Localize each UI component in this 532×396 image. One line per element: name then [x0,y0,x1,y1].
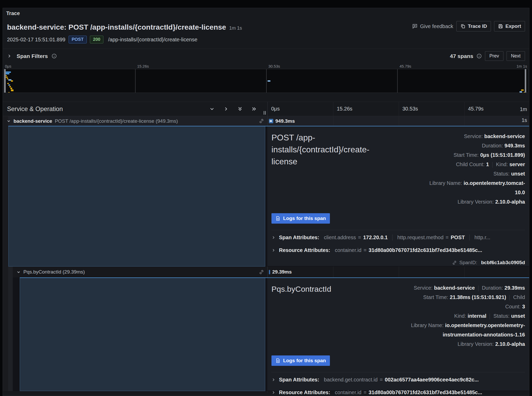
chevron-down-icon[interactable] [6,119,11,123]
span-detail-title: POST /app-installs/{contractId}/create-l… [271,132,394,206]
link-icon[interactable] [259,118,264,124]
span-detail-title: Pqs.byContractId [271,283,402,349]
trace-header: backend-service: POST /app-installs/{con… [3,19,529,43]
minimap-left-handle[interactable] [4,69,6,93]
span-filters-toggle[interactable]: Span Filters [7,53,57,59]
panel-title: Trace [3,8,529,19]
comment-icon [412,23,418,29]
span-row-pqs-bycontractid[interactable]: Pqs.byContractId (29.39ms) 29.39ms [3,267,529,277]
timeline-tick-last: 1m 1s [515,104,527,126]
minimap-tick-labels: 0μs 15.26s 30.53s 45.79s 1m 1s [4,64,528,69]
trace-panel: Trace backend-service: POST /app-install… [3,8,529,396]
save-icon [498,24,503,29]
detail-gutter [3,277,8,391]
prev-span-button[interactable]: Prev [485,51,503,61]
copy-icon [460,24,466,29]
span-duration-bar[interactable] [269,119,273,123]
link-icon[interactable] [259,269,264,275]
span-id-row: SpanID: bcbf6c1ab3c0905d [271,260,525,265]
method-badge: POST [69,36,87,43]
detail-indent-guide [8,277,13,391]
expanded-span-region[interactable] [20,278,265,391]
info-icon[interactable] [476,53,482,59]
span-attributes-row[interactable]: Span Attributes: client.address=172.20.0… [271,231,525,244]
span-row-backend-service[interactable]: backend-service POST /app-installs/{cont… [3,116,529,126]
column-resize-handle[interactable] [263,110,267,115]
span-detail-panel: Pqs.byContractId Service:backend-service… [267,278,529,391]
status-code-badge: 200 [90,36,103,43]
timeline-tick: 0μs [268,106,280,112]
span-detail-fields: Service:backend-service Duration:949.3ms… [421,132,525,206]
minimap-right-handle[interactable] [525,69,526,93]
expanded-span-region[interactable] [8,126,265,267]
resource-attributes-row[interactable]: Resource Attributes: container.id=31d80a… [271,386,525,396]
divider [271,230,525,230]
span-detail-section: POST /app-installs/{contractId}/create-l… [3,126,529,267]
row-indent-guide [8,267,13,277]
trace-title: backend-service: POST /app-installs/{con… [7,23,226,31]
trace-id-button[interactable]: Trace ID [456,21,491,31]
chevron-right-icon [271,391,275,394]
span-operation: POST /app-installs/{contractId}/create-l… [55,118,178,124]
expand-one-icon[interactable] [223,106,229,112]
span-duration-label: 949.3ms [275,118,295,124]
trace-timestamp: 2025-02-17 15:51:01.899 [7,37,65,43]
span-duration-label: 29.39ms [272,269,292,275]
collapse-one-icon[interactable] [209,106,215,112]
chevron-right-icon [271,248,275,252]
expand-all-icon[interactable] [251,106,257,112]
trace-url: /app-installs/{contractId}/create-licens… [108,37,197,43]
span-count: 47 spans [450,53,473,59]
timeline-tick: 15.26s [333,106,353,112]
row-gutter [3,267,8,277]
span-toolbar: Span Filters 47 spans Prev Next [3,49,529,63]
minimap-tick: 15.26s [137,64,149,68]
service-operation-header: Service & Operation [7,105,63,113]
minimap-tick: 0μs [5,64,11,68]
export-button[interactable]: Export [494,21,525,31]
divider [271,372,525,372]
resource-attributes-row[interactable]: Resource Attributes: container.id=31d80a… [271,244,525,257]
span-id-value: bcbf6c1ab3c0905d [481,260,525,265]
timeline-tick: 45.79s [464,106,484,112]
give-feedback-button[interactable]: Give feedback [412,23,453,29]
minimap-canvas[interactable] [4,69,528,93]
chevron-right-icon [271,378,275,382]
span-detail-panel: POST /app-installs/{contractId}/create-l… [267,126,529,266]
trace-duration: 1m 1s [229,25,242,31]
log-file-icon [275,216,281,221]
chevron-right-icon [271,236,275,239]
link-icon[interactable] [452,260,457,265]
trace-minimap: 0μs 15.26s 30.53s 45.79s 1m 1s [4,64,528,93]
timeline-tick: 30.53s [399,106,418,112]
info-icon[interactable] [51,53,57,59]
chevron-right-icon [7,54,11,58]
next-span-button[interactable]: Next [507,51,525,61]
span-service-name: backend-service [14,118,52,124]
minimap-tick: 45.79s [400,64,411,68]
chevron-down-icon[interactable] [16,270,21,274]
span-duration-bar[interactable] [269,270,270,274]
logs-for-span-button[interactable]: Logs for this span [271,213,330,224]
logs-for-span-button[interactable]: Logs for this span [271,355,330,366]
span-detail-section: Pqs.byContractId Service:backend-service… [3,277,529,391]
minimap-tick: 1m 1s [516,64,527,68]
waterfall-header: Service & Operation 0μs 1 [3,102,529,116]
collapse-all-icon[interactable] [237,106,243,112]
detail-gutter [3,126,8,267]
log-file-icon [275,358,281,363]
span-operation: Pqs.byContractId (29.39ms) [23,269,85,275]
span-detail-fields: Service:backend-serviceDuration:29.39ms … [402,283,525,349]
minimap-tick: 30.53s [268,64,280,68]
span-attributes-row[interactable]: Span Attributes: backend.get.contract.id… [271,373,525,386]
